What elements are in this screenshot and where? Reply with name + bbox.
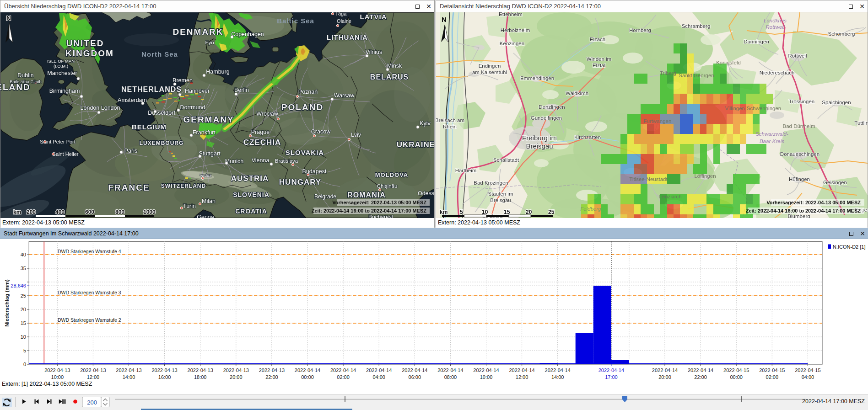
svg-text:Schallstadt: Schallstadt [493,157,519,163]
svg-text:Birmingham: Birmingham [49,88,80,94]
svg-text:2022-04-14: 2022-04-14 [598,367,624,373]
svg-text:2022-04-15: 2022-04-15 [723,367,749,373]
svg-text:Bucharest: Bucharest [368,214,394,218]
svg-text:Vaduz: Vaduz [199,173,211,178]
svg-text:Feldberg: Feldberg [580,206,601,212]
svg-text:Genoa: Genoa [197,214,214,218]
svg-text:CZECHIA: CZECHIA [243,138,281,147]
svg-text:Winden im: Winden im [587,56,611,62]
svg-text:1000: 1000 [143,209,156,215]
svg-text:Milan: Milan [202,198,216,204]
svg-text:Löffingen: Löffingen [694,173,716,179]
svg-text:600: 600 [85,209,94,215]
svg-text:Saint Helier: Saint Helier [53,151,79,157]
svg-text:Königsfeld: Königsfeld [716,60,741,65]
svg-text:04:00: 04:00 [372,374,385,379]
svg-text:Lenzkirch: Lenzkirch [659,194,681,199]
svg-text:km: km [13,209,21,215]
svg-text:Warsaw: Warsaw [334,92,355,99]
svg-text:DENMARK: DENMARK [173,27,223,37]
svg-text:Rottweil: Rottweil [766,24,785,30]
svg-text:2022-04-13: 2022-04-13 [259,367,285,373]
svg-text:N: N [6,15,11,22]
svg-text:35: 35 [21,266,26,271]
svg-text:Odess: Odess [418,190,434,197]
svg-text:Baile Atha Cliath: Baile Atha Cliath [10,79,42,84]
svg-text:(I.O.M.): (I.O.M.) [54,64,68,69]
svg-text:Vienna: Vienna [252,157,270,164]
svg-text:Minsk: Minsk [387,63,402,69]
svg-text:14:00: 14:00 [551,374,564,379]
svg-text:Tuttling: Tuttling [854,120,868,126]
svg-text:LITHUANIA: LITHUANIA [327,33,368,41]
svg-text:22:00: 22:00 [694,374,707,379]
svg-text:Breisach am: Breisach am [436,117,464,123]
svg-text:00:00: 00:00 [730,374,743,379]
svg-text:40: 40 [21,252,26,257]
svg-text:Schömberg: Schömberg [828,31,855,37]
svg-text:N: N [442,16,447,23]
svg-text:Vorhersagezeit: 2022-04-13 05:: Vorhersagezeit: 2022-04-13 05:00 MESZ [766,200,861,205]
svg-text:Hannover: Hannover [185,88,210,94]
svg-text:Belgrade: Belgrade [314,193,336,200]
svg-text:20: 20 [526,209,532,215]
svg-text:Riga: Riga [336,12,347,16]
svg-text:Berlin: Berlin [234,87,249,93]
svg-text:00:00: 00:00 [301,374,314,379]
svg-text:Vorhersagezeit: 2022-04-13 05:: Vorhersagezeit: 2022-04-13 05:00 MESZ [332,200,426,205]
svg-text:Breisgau: Breisgau [490,197,511,203]
svg-text:LATVIA: LATVIA [360,13,387,21]
svg-text:Niedereschach: Niedereschach [760,70,795,75]
svg-text:Düsseldorf: Düsseldorf [148,110,175,116]
svg-text:2022-04-14: 2022-04-14 [437,367,463,373]
svg-text:Schwarzwald-: Schwarzwald- [755,131,788,137]
svg-text:2022-04-14: 2022-04-14 [330,367,356,373]
svg-text:Landkreis: Landkreis [764,18,787,23]
svg-text:Emmendingen: Emmendingen [520,75,554,81]
svg-text:Trossingen: Trossingen [789,99,814,104]
svg-text:Budapest: Budapest [302,168,327,175]
svg-text:Wrocław: Wrocław [256,111,279,117]
svg-text:20:00: 20:00 [658,374,671,379]
svg-text:22:00: 22:00 [265,374,278,379]
svg-text:SLOVAKIA: SLOVAKIA [286,149,324,156]
svg-text:2022-04-14: 2022-04-14 [545,367,571,373]
svg-text:Kenzingen: Kenzingen [500,41,524,46]
svg-text:Villingen-Schwenningen: Villingen-Schwenningen [725,106,782,111]
svg-text:KINGDOM: KINGDOM [65,48,114,58]
svg-text:North Sea: North Sea [141,50,178,58]
svg-text:Fyn: Fyn [205,40,214,45]
svg-text:06:00: 06:00 [409,374,421,379]
svg-text:Bad Krozingen: Bad Krozingen [474,180,508,186]
svg-text:Poznań: Poznań [298,89,318,95]
svg-text:Triberg: Triberg [660,70,676,76]
svg-text:12:00: 12:00 [87,374,100,379]
svg-text:Stuttgart: Stuttgart [199,150,221,157]
svg-text:Dublin: Dublin [17,72,33,79]
svg-text:800: 800 [115,209,124,215]
svg-text:DWD Starkregen Warnstufe 3: DWD Starkregen Warnstufe 3 [58,290,121,295]
svg-text:20: 20 [21,307,26,312]
svg-text:18:00: 18:00 [194,374,207,379]
svg-text:CROATIA: CROATIA [235,208,267,215]
svg-text:km: km [440,209,447,215]
svg-text:2022-04-14: 2022-04-14 [509,367,534,373]
svg-text:NETHERLANDS: NETHERLANDS [121,85,182,93]
svg-text:5: 5 [23,348,26,353]
svg-text:Waldkirch: Waldkirch [566,91,588,96]
svg-text:Zeit: 2022-04-14 16:00 to 2022: Zeit: 2022-04-14 16:00 to 2022-04-14 17:… [746,208,861,213]
svg-text:04:00: 04:00 [802,374,814,379]
svg-text:Dunningen: Dunningen [744,39,769,44]
svg-text:Vilnius: Vilnius [366,49,383,55]
svg-text:ROMANIA: ROMANIA [347,191,385,199]
svg-text:25: 25 [21,293,26,298]
svg-text:Frankfurt: Frankfurt [193,129,216,136]
svg-text:Herbolzheim: Herbolzheim [501,27,530,33]
svg-text:Spaichingen: Spaichingen [822,100,851,105]
svg-text:Donaueschingen: Donaueschingen [780,151,819,157]
svg-text:Blumberg: Blumberg [787,213,810,218]
svg-text:Olaine: Olaine [337,18,351,24]
svg-text:Geisingen: Geisingen [823,180,847,185]
svg-text:Paris: Paris [124,148,137,154]
svg-text:BELARUS: BELARUS [370,73,409,81]
